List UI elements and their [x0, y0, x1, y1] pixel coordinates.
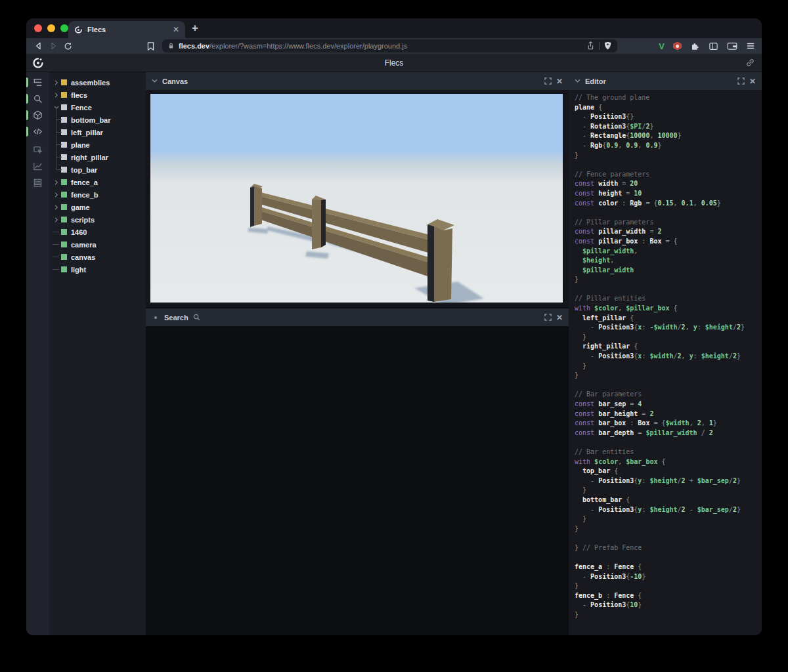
tree-item-top_bar[interactable]: top_bar [49, 163, 146, 176]
code-line [575, 208, 762, 218]
tree-item-right_pillar[interactable]: right_pillar [49, 151, 146, 163]
tree-item-bottom_bar[interactable]: bottom_bar [49, 114, 146, 126]
editor-column: Editor ✕ // The ground planeplane { - Po… [569, 72, 762, 635]
code-line: - Position3{x: -$width/2, y: $height/2} [575, 323, 762, 333]
tree-item-Fence[interactable]: Fence [49, 101, 146, 114]
entity-square-icon [61, 129, 67, 135]
active-indicator [26, 127, 28, 136]
code-line: - Position3{y: $height/2 - $bar_sep/2} [575, 505, 762, 515]
nav-item-canvas-3d[interactable] [26, 107, 49, 123]
adblock-extension-icon[interactable] [673, 42, 682, 51]
new-tab-button[interactable]: + [192, 22, 198, 35]
address-bar[interactable]: flecs.dev/explorer/?wasm=https://www.fle… [162, 39, 617, 52]
v-extension-icon[interactable]: V [659, 41, 665, 51]
code-line: // Fence parameters [575, 170, 762, 180]
expand-chevron-icon[interactable] [53, 205, 60, 210]
chevron-down-icon[interactable] [575, 78, 580, 84]
code-line [575, 438, 762, 448]
expand-chevron-icon[interactable] [53, 192, 60, 198]
nav-item-logs[interactable] [26, 175, 49, 191]
search-icon[interactable] [193, 314, 200, 321]
tree-item-flecs[interactable]: flecs [49, 89, 146, 101]
entity-square-icon [61, 154, 67, 160]
code-line [575, 534, 762, 543]
tab-close-icon[interactable]: ✕ [173, 25, 179, 34]
tree-item-canvas[interactable]: canvas [49, 251, 146, 263]
forward-icon[interactable] [46, 41, 60, 51]
main-content: assembliesflecsFencebottom_barleft_pilla… [26, 72, 762, 635]
fullscreen-icon[interactable] [544, 77, 552, 85]
active-indicator [26, 77, 28, 87]
menu-icon[interactable] [746, 41, 755, 51]
expand-chevron-icon[interactable] [53, 93, 60, 98]
wallet-icon[interactable] [727, 41, 737, 51]
nav-item-statistics[interactable] [26, 158, 49, 175]
link-icon[interactable] [745, 58, 755, 68]
expand-chevron-icon[interactable] [53, 217, 60, 222]
canvas-panel-header: Canvas ✕ [146, 72, 569, 90]
canvas-panel-body [146, 90, 569, 307]
extensions-puzzle-icon[interactable] [690, 41, 700, 51]
close-icon[interactable]: ✕ [556, 77, 563, 86]
minimize-window-button[interactable] [47, 24, 55, 32]
nav-item-code-editor[interactable] [26, 123, 49, 140]
entity-square-icon [61, 142, 67, 148]
expand-chevron-icon[interactable] [53, 180, 60, 185]
back-icon[interactable] [32, 41, 46, 51]
center-column: Canvas ✕ [146, 72, 569, 635]
tree-item-label: scripts [71, 216, 95, 224]
tree-item-label: top_bar [71, 166, 97, 174]
url-domain: flecs.dev [179, 42, 209, 50]
code-line: } [575, 333, 762, 343]
entity-square-icon [61, 117, 67, 123]
nav-sidebar [26, 72, 49, 635]
tree-item-scripts[interactable]: scripts [49, 213, 146, 226]
flecs-logo[interactable] [32, 57, 44, 69]
nav-item-inspector[interactable] [26, 142, 49, 158]
code-line: - Rectangle{10000, 10000} [575, 131, 762, 141]
close-window-button[interactable] [34, 24, 42, 32]
url-path: /explorer/?wasm=https://www.flecs.dev/ex… [209, 42, 407, 50]
inspector-icon [33, 145, 43, 155]
code-line: const width = 20 [575, 179, 762, 189]
code-line: right_pillar { [575, 342, 762, 352]
fullscreen-icon[interactable] [737, 77, 745, 85]
sidebar-icon[interactable] [709, 41, 718, 51]
bookmark-icon[interactable] [143, 41, 158, 51]
window-controls [34, 24, 68, 32]
expand-chevron-icon[interactable] [53, 80, 60, 85]
tree-item-1460[interactable]: 1460 [49, 226, 146, 238]
browser-tab[interactable]: Flecs ✕ [68, 21, 185, 38]
tree-item-left_pillar[interactable]: left_pillar [49, 126, 146, 138]
tree-item-fence_a[interactable]: fence_a [49, 176, 146, 188]
code-line: with $color, $pillar_box { [575, 304, 762, 314]
tree-item-assemblies[interactable]: assemblies [49, 76, 146, 89]
code-editor-icon [33, 127, 43, 136]
code-line: - Position3{-10} [575, 572, 762, 582]
code-line: // Bar parameters [575, 390, 762, 400]
share-icon[interactable] [586, 41, 595, 51]
3d-viewport[interactable] [150, 94, 563, 303]
tree-item-camera[interactable]: camera [49, 238, 146, 251]
code-line: } [575, 514, 762, 524]
fullscreen-icon[interactable] [544, 314, 552, 321]
nav-item-query-search[interactable] [26, 91, 49, 107]
close-icon[interactable]: ✕ [749, 77, 756, 86]
tree-item-light[interactable]: light [49, 263, 146, 276]
tree-item-fence_b[interactable]: fence_b [49, 188, 146, 201]
maximize-window-button[interactable] [60, 24, 68, 32]
brave-shield-icon[interactable] [603, 41, 612, 51]
collapsed-dot-icon[interactable] [154, 316, 157, 319]
code-line [575, 381, 762, 390]
tree-item-plane[interactable]: plane [49, 138, 146, 151]
reload-icon[interactable] [60, 41, 75, 51]
tree-item-label: camera [71, 241, 97, 249]
nav-item-entity-tree[interactable] [26, 74, 49, 91]
page-title: Flecs [26, 58, 762, 68]
code-line: const bar_sep = 4 [575, 400, 762, 410]
code-line: - Rotation3{$PI/2} [575, 122, 762, 132]
close-icon[interactable]: ✕ [556, 313, 563, 322]
chevron-down-icon[interactable] [152, 78, 158, 84]
code-editor[interactable]: // The ground planeplane { - Position3{}… [569, 90, 762, 635]
tree-item-game[interactable]: game [49, 201, 146, 213]
